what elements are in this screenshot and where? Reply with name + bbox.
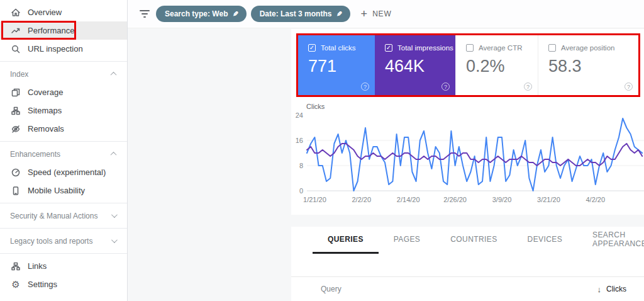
sidebar-item-speed[interactable]: Speed (experimental) [0,163,127,181]
average-ctr-card[interactable]: Average CTR 0.2% ? [455,35,538,95]
links-icon [10,261,21,272]
checked-checkbox-icon[interactable]: ✓ [308,44,316,52]
svg-text:1/21/20: 1/21/20 [303,196,326,203]
svg-text:2/2/20: 2/2/20 [352,196,372,203]
sidebar-item-sitemaps[interactable]: Sitemaps [0,101,127,120]
metric-value: 464K [385,57,455,76]
sidebar-section-enhancements[interactable]: Enhancements [0,145,127,163]
clicks-sort-header[interactable]: ↓ Clicks [597,285,627,294]
chevron-up-icon [111,72,117,78]
arrow-down-icon: ↓ [597,285,602,294]
sidebar-item-label: Coverage [28,88,63,97]
metric-cards-row: ✓ Total clicks 771 ? ✓ Total impressions… [298,35,638,95]
sidebar-item-label: Overview [28,8,62,17]
unchecked-checkbox-icon[interactable] [466,44,474,52]
chevron-down-icon [111,237,118,243]
table-header-row: Query ↓ Clicks [291,277,644,301]
new-filter-button[interactable]: + NEW [361,8,392,21]
help-icon[interactable]: ? [441,82,450,91]
dimension-tabs: QUERIES PAGES COUNTRIES DEVICES SEARCH A… [291,227,644,254]
svg-text:8: 8 [299,162,303,169]
tab-queries[interactable]: QUERIES [313,227,379,254]
sidebar-item-mobile-usability[interactable]: Mobile Usability [0,181,127,200]
speed-icon [10,167,21,178]
checked-checkbox-icon[interactable]: ✓ [385,44,392,52]
filter-icon[interactable] [140,10,150,18]
metric-value: 58.3 [548,57,638,76]
average-position-card[interactable]: Average position 58.3 ? [538,35,638,95]
sidebar-item-overview[interactable]: Overview [0,3,127,21]
clicks-chart-svg: 0816241/21/202/2/202/14/202/26/203/9/203… [291,109,644,207]
removals-icon [10,123,21,135]
sidebar-divider [0,141,127,142]
sidebar-section-security[interactable]: Security & Manual Actions [0,207,127,225]
total-clicks-card[interactable]: ✓ Total clicks 771 ? [298,35,375,95]
tab-countries[interactable]: COUNTRIES [435,227,512,254]
date-range-chip[interactable]: Date: Last 3 months ✎ [251,6,350,22]
svg-text:24: 24 [296,111,303,119]
sidebar-divider [0,253,127,254]
unchecked-checkbox-icon[interactable] [548,44,556,52]
sidebar-item-performance[interactable]: Performance [0,21,127,40]
help-icon[interactable]: ? [361,82,369,91]
performance-icon [10,25,21,37]
sidebar-item-label: Settings [28,280,57,289]
chevron-down-icon [111,212,118,218]
search-type-chip[interactable]: Search type: Web ✎ [156,6,247,22]
clicks-chart: Clicks 0816241/21/202/2/202/14/202/26/20… [291,103,644,207]
svg-text:3/21/20: 3/21/20 [537,196,560,203]
sitemaps-icon [10,105,21,116]
performance-panel: ✓ Total clicks 771 ? ✓ Total impressions… [291,29,644,215]
total-impressions-card[interactable]: ✓ Total impressions 464K ? [375,35,455,95]
settings-icon: ⚙ [10,279,21,290]
chevron-up-icon [111,152,117,158]
sidebar-item-label: Speed (experimental) [28,168,106,177]
search-icon [10,43,21,55]
svg-text:16: 16 [296,137,303,144]
svg-text:3/9/20: 3/9/20 [492,196,512,203]
tab-devices[interactable]: DEVICES [513,227,577,254]
help-icon[interactable]: ? [625,82,633,91]
sidebar-divider [0,61,127,62]
sidebar-section-index[interactable]: Index [0,65,127,83]
svg-text:2/14/20: 2/14/20 [397,196,420,203]
sidebar-item-removals[interactable]: Removals [0,120,127,138]
sidebar-item-label: Sitemaps [28,106,62,115]
metric-value: 771 [308,57,375,76]
sidebar-section-legacy[interactable]: Legacy tools and reports [0,232,127,250]
coverage-icon [10,87,21,98]
dimensions-panel: QUERIES PAGES COUNTRIES DEVICES SEARCH A… [291,227,644,301]
svg-text:2/26/20: 2/26/20 [443,196,467,203]
annotation-box-metrics: ✓ Total clicks 771 ? ✓ Total impressions… [296,33,640,97]
sidebar-item-label: Removals [28,124,64,133]
sidebar-divider [0,228,127,229]
pencil-icon: ✎ [336,10,342,18]
sidebar-item-coverage[interactable]: Coverage [0,83,127,101]
svg-text:0: 0 [299,187,303,195]
metric-value: 0.2% [466,57,538,76]
plus-icon: + [361,8,368,21]
sidebar-item-label: Mobile Usability [28,186,85,195]
help-icon[interactable]: ? [524,82,532,91]
sidebar-item-links[interactable]: Links [0,257,127,275]
sidebar-item-label: Performance [28,26,74,35]
query-column-header: Query [321,285,341,293]
toolbar: Search type: Web ✎ Date: Last 3 months ✎… [128,0,644,28]
mobile-icon [10,185,21,196]
sidebar-item-label: Links [28,261,47,271]
search-console-app: Overview Performance URL inspection Inde… [0,0,644,301]
tab-pages[interactable]: PAGES [379,227,435,254]
sidebar-item-settings[interactable]: ⚙ Settings [0,275,127,293]
sidebar-divider [0,203,127,203]
pencil-icon: ✎ [233,10,238,18]
tab-search-appearance[interactable]: SEARCH APPEARANCE [577,227,644,254]
sidebar: Overview Performance URL inspection Inde… [0,0,128,301]
home-icon [10,7,21,18]
sidebar-item-url-inspection[interactable]: URL inspection [0,40,127,58]
svg-text:4/2/20: 4/2/20 [586,196,606,203]
sidebar-item-label: URL inspection [28,44,83,54]
